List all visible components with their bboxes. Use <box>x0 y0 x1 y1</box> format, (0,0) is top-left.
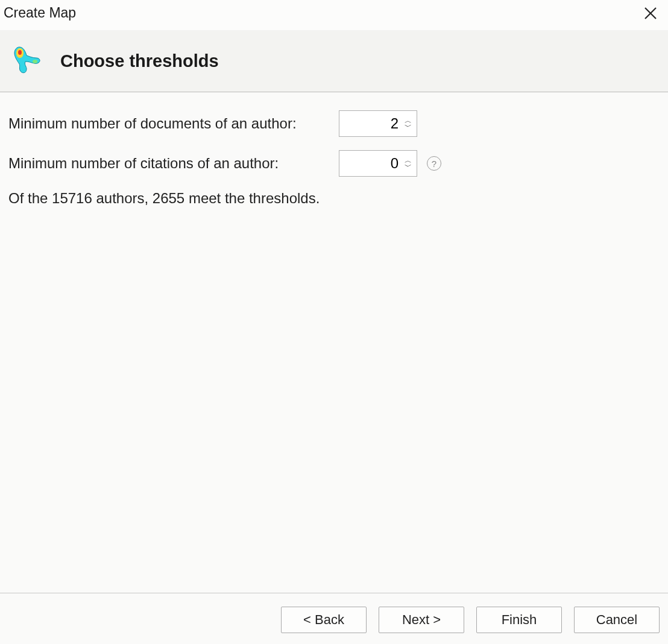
threshold-summary: Of the 15716 authors, 2655 meet the thre… <box>8 190 660 207</box>
min-docs-arrows: ︿ ﹀ <box>402 111 414 136</box>
svg-point-4 <box>33 60 37 63</box>
min-docs-label: Minimum number of documents of an author… <box>8 115 339 132</box>
min-docs-spinner[interactable]: ︿ ﹀ <box>339 110 417 137</box>
min-citations-arrows: ︿ ﹀ <box>402 151 414 176</box>
min-citations-spinner[interactable]: ︿ ﹀ <box>339 150 417 177</box>
svg-point-3 <box>18 50 22 55</box>
back-button[interactable]: < Back <box>281 607 367 633</box>
cancel-button[interactable]: Cancel <box>574 607 660 633</box>
content-area: Minimum number of documents of an author… <box>0 92 668 593</box>
map-icon <box>8 45 43 77</box>
wizard-header: Choose thresholds <box>0 30 668 92</box>
finish-button[interactable]: Finish <box>476 607 562 633</box>
chevron-down-icon[interactable]: ﹀ <box>402 163 414 169</box>
wizard-step-title: Choose thresholds <box>60 51 219 71</box>
close-button[interactable] <box>640 5 661 24</box>
chevron-down-icon[interactable]: ﹀ <box>402 124 414 130</box>
window-title: Create Map <box>4 5 76 21</box>
min-citations-row: Minimum number of citations of an author… <box>8 150 660 177</box>
titlebar: Create Map <box>0 0 668 30</box>
min-citations-label: Minimum number of citations of an author… <box>8 155 339 172</box>
wizard-footer: < Back Next > Finish Cancel <box>0 593 668 644</box>
next-button[interactable]: Next > <box>379 607 464 633</box>
help-icon[interactable]: ? <box>427 156 441 171</box>
min-docs-row: Minimum number of documents of an author… <box>8 110 660 137</box>
close-icon <box>644 5 657 24</box>
question-icon: ? <box>432 159 436 169</box>
